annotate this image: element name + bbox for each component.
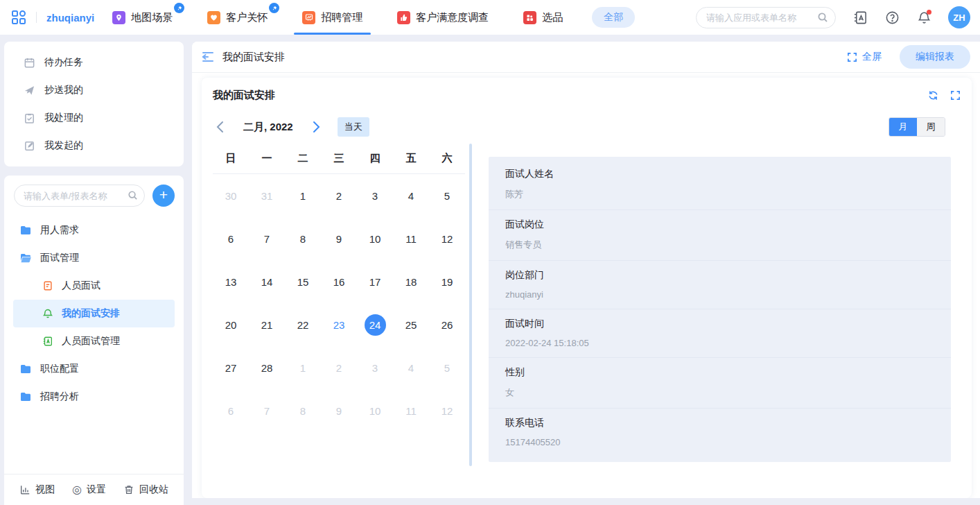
weekday-header: 三 — [321, 144, 357, 173]
address-book-icon[interactable] — [852, 10, 868, 25]
help-icon[interactable] — [884, 10, 900, 25]
prev-month-icon[interactable] — [216, 121, 225, 133]
app-tabs: 地图场景客户关怀招聘管理客户满意度调查选品 — [112, 0, 563, 35]
form-search — [14, 185, 145, 207]
calendar-day[interactable]: 11 — [393, 389, 429, 432]
calendar-day[interactable]: 10 — [357, 217, 393, 260]
tree-item[interactable]: 面试管理 — [4, 244, 184, 272]
calendar-day[interactable]: 30 — [213, 174, 249, 217]
fullscreen-button[interactable]: 全屏 — [847, 51, 882, 63]
edit-report-button[interactable]: 编辑报表 — [900, 45, 970, 69]
task-menu-item[interactable]: 待办任务 — [4, 49, 184, 76]
app-launcher-icon[interactable] — [11, 10, 26, 25]
calendar-day[interactable]: 4 — [393, 174, 429, 217]
initiated-edit-icon — [24, 140, 35, 152]
app-tab-2[interactable]: 客户关怀 — [207, 0, 268, 35]
calendar-day[interactable]: 10 — [357, 389, 393, 432]
calendar-day[interactable]: 27 — [213, 346, 249, 389]
tree-item[interactable]: 我的面试安排 — [13, 300, 175, 327]
sidebar-footer-item[interactable]: 回收站 — [123, 483, 168, 496]
tree-item[interactable]: 人员面试 — [4, 272, 184, 300]
app-search-input[interactable] — [696, 7, 836, 28]
tree-item[interactable]: 用人需求 — [4, 216, 184, 244]
form-search-input[interactable] — [14, 185, 145, 207]
week-view-button[interactable]: 周 — [917, 118, 945, 136]
calendar-day[interactable]: 2 — [321, 346, 357, 389]
calendar-day[interactable]: 8 — [285, 217, 321, 260]
today-button[interactable]: 当天 — [338, 117, 369, 137]
notifications-bell-icon[interactable] — [916, 10, 931, 25]
calendar-day[interactable]: 5 — [429, 174, 465, 217]
app-tab-5[interactable]: 选品 — [523, 0, 563, 35]
detail-field: 岗位部门zhuqianyi — [489, 261, 951, 309]
user-avatar[interactable]: ZH — [948, 6, 970, 28]
calendar-day[interactable]: 16 — [321, 260, 357, 303]
calendar-day[interactable]: 2 — [321, 174, 357, 217]
next-month-icon[interactable] — [311, 121, 321, 133]
calendar-day[interactable]: 18 — [393, 260, 429, 303]
task-menu-item[interactable]: 抄送我的 — [4, 76, 184, 104]
tree-item[interactable]: 职位配置 — [4, 355, 184, 383]
calendar-day[interactable]: 26 — [429, 303, 465, 346]
app-tab-label: 客户关怀 — [226, 11, 268, 24]
collapse-sidebar-icon[interactable] — [200, 49, 216, 65]
calendar-day-selected[interactable]: 24 — [357, 303, 393, 346]
task-menu-item[interactable]: 我处理的 — [4, 104, 184, 132]
month-view-button[interactable]: 月 — [889, 118, 917, 136]
calendar-day[interactable]: 1 — [285, 174, 321, 217]
calendar-day[interactable]: 21 — [249, 303, 285, 346]
calendar-day[interactable]: 9 — [321, 389, 357, 432]
refresh-icon[interactable] — [928, 90, 938, 101]
folder-icon — [19, 224, 32, 237]
tree-item[interactable]: 人员面试管理 — [4, 327, 184, 355]
calendar-day[interactable]: 20 — [213, 303, 249, 346]
calendar-day[interactable]: 12 — [429, 389, 465, 432]
calendar-day[interactable]: 17 — [357, 260, 393, 303]
sidebar-footer-item[interactable]: 视图 — [19, 483, 55, 496]
calendar-day[interactable]: 6 — [213, 389, 249, 432]
search-icon[interactable] — [128, 190, 138, 200]
widget-fullscreen-icon[interactable] — [950, 90, 961, 101]
calendar-day[interactable]: 7 — [249, 389, 285, 432]
calendar-day[interactable]: 13 — [213, 260, 249, 303]
calendar-day[interactable]: 4 — [393, 346, 429, 389]
calendar-day[interactable]: 28 — [249, 346, 285, 389]
task-menu-item[interactable]: 我发起的 — [4, 132, 184, 160]
calendar-day[interactable]: 11 — [393, 217, 429, 260]
tree-item-label: 招聘分析 — [40, 391, 79, 403]
calendar-day[interactable]: 5 — [429, 346, 465, 389]
cc-send-icon — [24, 85, 35, 96]
add-form-button[interactable]: + — [152, 185, 175, 207]
app-tab-3[interactable]: 招聘管理 — [302, 0, 362, 35]
calendar-day[interactable]: 25 — [393, 303, 429, 346]
calendar-day[interactable]: 19 — [429, 260, 465, 303]
field-value: 销售专员 — [505, 239, 934, 251]
tree-item[interactable]: 招聘分析 — [4, 383, 184, 411]
app-tab-4[interactable]: 客户满意度调查 — [397, 0, 489, 35]
app-tab-1[interactable]: 地图场景 — [112, 0, 173, 35]
calendar-day[interactable]: 7 — [249, 217, 285, 260]
calendar-day[interactable]: 3 — [357, 346, 393, 389]
all-apps-button[interactable]: 全部 — [592, 7, 635, 28]
calendar-day[interactable]: 6 — [213, 217, 249, 260]
task-label: 抄送我的 — [44, 84, 83, 96]
calendar-day[interactable]: 14 — [249, 260, 285, 303]
panel-divider[interactable] — [469, 144, 472, 466]
app-tab-label: 招聘管理 — [321, 11, 362, 24]
calendar-day[interactable]: 9 — [321, 217, 357, 260]
calendar-day[interactable]: 1 — [285, 346, 321, 389]
sidebar-footer-item[interactable]: ◎设置 — [72, 483, 106, 496]
page-title: 我的面试安排 — [222, 51, 285, 64]
calendar-day[interactable]: 22 — [285, 303, 321, 346]
calendar-day-today[interactable]: 23 — [321, 303, 357, 346]
tree-item-label: 人员面试 — [62, 280, 100, 292]
calendar-day[interactable]: 15 — [285, 260, 321, 303]
calendar-day[interactable]: 31 — [249, 174, 285, 217]
calendar-day[interactable]: 3 — [357, 174, 393, 217]
calendar-day[interactable]: 12 — [429, 217, 465, 260]
search-icon[interactable] — [817, 12, 828, 23]
calendar-day[interactable]: 8 — [285, 389, 321, 432]
app-tab-label: 选品 — [542, 11, 563, 24]
workspace-name[interactable]: zhuqianyi — [46, 12, 94, 24]
bell-icon — [42, 308, 53, 319]
